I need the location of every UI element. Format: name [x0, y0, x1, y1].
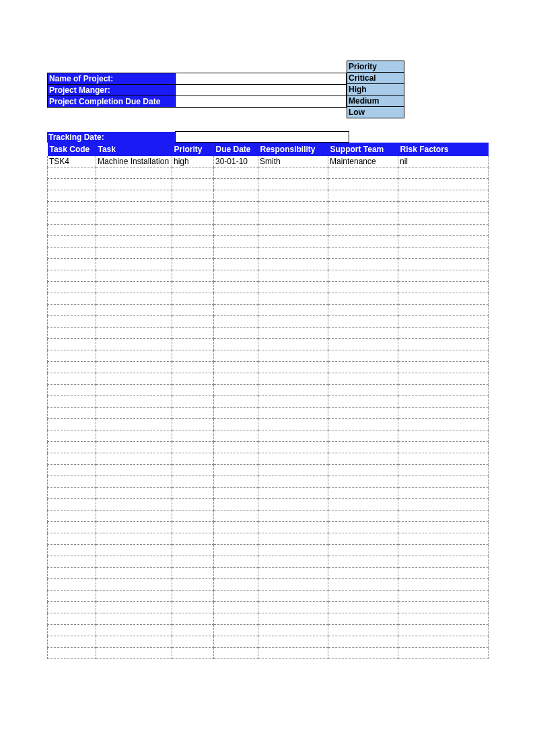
cell-empty[interactable]	[214, 270, 258, 282]
cell-empty[interactable]	[96, 248, 172, 259]
cell-empty[interactable]	[398, 202, 489, 213]
table-row-empty[interactable]	[48, 167, 489, 179]
table-row-empty[interactable]	[48, 236, 489, 248]
cell-empty[interactable]	[48, 179, 96, 190]
cell-empty[interactable]	[96, 636, 172, 648]
cell-empty[interactable]	[258, 339, 328, 350]
cell-empty[interactable]	[172, 293, 214, 305]
cell-empty[interactable]	[328, 419, 398, 430]
cell-empty[interactable]	[96, 339, 172, 350]
cell-empty[interactable]	[258, 225, 328, 236]
cell-empty[interactable]	[258, 602, 328, 613]
cell-empty[interactable]	[258, 591, 328, 602]
cell-empty[interactable]	[258, 270, 328, 282]
cell-empty[interactable]	[398, 396, 489, 408]
cell-empty[interactable]	[328, 350, 398, 362]
cell-empty[interactable]	[214, 396, 258, 408]
cell-empty[interactable]	[48, 373, 96, 385]
cell-empty[interactable]	[96, 556, 172, 568]
cell-empty[interactable]	[96, 385, 172, 396]
cell-empty[interactable]	[214, 602, 258, 613]
cell-empty[interactable]	[398, 213, 489, 225]
cell-empty[interactable]	[328, 579, 398, 591]
cell-empty[interactable]	[328, 179, 398, 190]
cell-empty[interactable]	[258, 305, 328, 316]
cell-empty[interactable]	[96, 305, 172, 316]
cell-empty[interactable]	[172, 167, 214, 179]
table-row-empty[interactable]	[48, 225, 489, 236]
cell-empty[interactable]	[48, 453, 96, 465]
cell-empty[interactable]	[328, 522, 398, 533]
cell-empty[interactable]	[398, 591, 489, 602]
cell-empty[interactable]	[96, 179, 172, 190]
cell-empty[interactable]	[48, 591, 96, 602]
table-row-empty[interactable]	[48, 465, 489, 476]
cell-empty[interactable]	[328, 545, 398, 556]
cell-empty[interactable]	[398, 305, 489, 316]
cell-empty[interactable]	[172, 579, 214, 591]
cell-empty[interactable]	[172, 545, 214, 556]
cell-empty[interactable]	[214, 282, 258, 293]
cell-empty[interactable]	[328, 339, 398, 350]
cell-empty[interactable]	[398, 476, 489, 488]
cell-empty[interactable]	[48, 213, 96, 225]
cell-empty[interactable]	[96, 270, 172, 282]
cell-empty[interactable]	[328, 648, 398, 659]
cell-empty[interactable]	[214, 636, 258, 648]
cell-empty[interactable]	[48, 328, 96, 339]
cell-empty[interactable]	[214, 591, 258, 602]
project-manager-value[interactable]	[176, 85, 347, 96]
cell-empty[interactable]	[398, 545, 489, 556]
cell-empty[interactable]	[398, 408, 489, 419]
cell-empty[interactable]	[172, 511, 214, 522]
cell-empty[interactable]	[96, 533, 172, 545]
cell-empty[interactable]	[398, 248, 489, 259]
table-row-empty[interactable]	[48, 533, 489, 545]
cell-empty[interactable]	[96, 465, 172, 476]
cell-empty[interactable]	[398, 648, 489, 659]
cell-empty[interactable]	[48, 545, 96, 556]
table-row-empty[interactable]	[48, 476, 489, 488]
cell-empty[interactable]	[258, 465, 328, 476]
project-name-value[interactable]	[176, 73, 347, 85]
cell-empty[interactable]	[398, 179, 489, 190]
cell-empty[interactable]	[172, 213, 214, 225]
cell-empty[interactable]	[214, 522, 258, 533]
cell-empty[interactable]	[214, 625, 258, 636]
cell-empty[interactable]	[48, 270, 96, 282]
cell-empty[interactable]	[328, 167, 398, 179]
cell-empty[interactable]	[96, 362, 172, 373]
cell-empty[interactable]	[48, 396, 96, 408]
cell-empty[interactable]	[48, 488, 96, 499]
cell-empty[interactable]	[398, 373, 489, 385]
cell-empty[interactable]	[172, 270, 214, 282]
cell-empty[interactable]	[258, 236, 328, 248]
cell-empty[interactable]	[48, 419, 96, 430]
table-row-empty[interactable]	[48, 430, 489, 442]
cell-responsibility[interactable]: Smith	[258, 156, 328, 167]
table-row-empty[interactable]	[48, 305, 489, 316]
cell-empty[interactable]	[48, 362, 96, 373]
cell-empty[interactable]	[172, 613, 214, 625]
cell-empty[interactable]	[328, 602, 398, 613]
cell-empty[interactable]	[258, 430, 328, 442]
cell-empty[interactable]	[172, 350, 214, 362]
cell-empty[interactable]	[258, 522, 328, 533]
cell-empty[interactable]	[214, 442, 258, 453]
cell-empty[interactable]	[172, 442, 214, 453]
cell-empty[interactable]	[96, 316, 172, 328]
cell-empty[interactable]	[328, 248, 398, 259]
cell-empty[interactable]	[48, 167, 96, 179]
cell-empty[interactable]	[172, 625, 214, 636]
cell-empty[interactable]	[172, 591, 214, 602]
table-row-empty[interactable]	[48, 545, 489, 556]
table-row[interactable]: TSK4Machine Installationhigh30-01-10Smit…	[48, 156, 489, 167]
cell-empty[interactable]	[258, 648, 328, 659]
cell-empty[interactable]	[48, 236, 96, 248]
cell-empty[interactable]	[214, 167, 258, 179]
cell-empty[interactable]	[172, 385, 214, 396]
cell-empty[interactable]	[258, 248, 328, 259]
cell-empty[interactable]	[214, 179, 258, 190]
table-row-empty[interactable]	[48, 248, 489, 259]
cell-empty[interactable]	[258, 625, 328, 636]
